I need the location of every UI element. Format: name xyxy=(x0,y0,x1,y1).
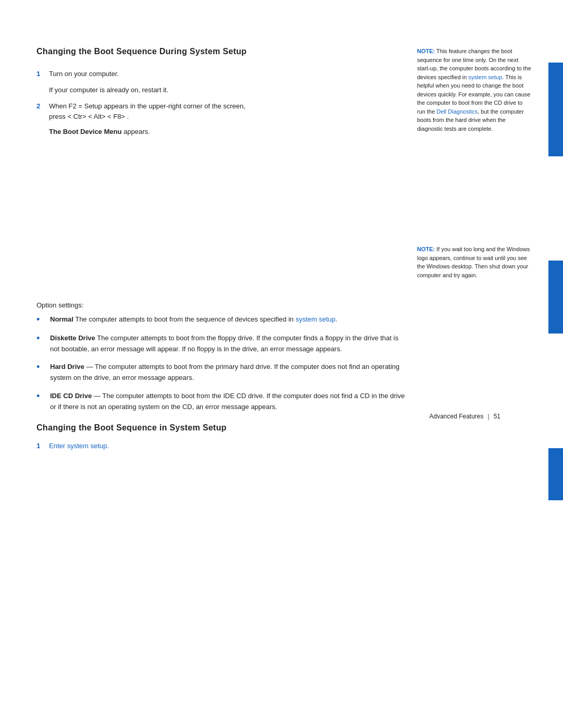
note1-label: NOTE: xyxy=(417,48,435,54)
step2-content: When F2 = Setup appears in the upper-rig… xyxy=(49,101,407,123)
spacer-for-sidebar xyxy=(36,145,407,301)
step2-line1: When F2 = Setup appears in the upper-rig… xyxy=(49,102,246,110)
bullet-normal: • Normal The computer attempts to boot f… xyxy=(36,314,407,326)
step1-text: Turn on your computer. xyxy=(49,69,407,80)
footer-label: Advanced Features xyxy=(429,413,483,420)
bullet-harddrive: • Hard Drive — The computer attempts to … xyxy=(36,362,407,384)
bullet-normal-desc2: . xyxy=(336,315,338,323)
step2-line2: press < Ctr> < Alt> < F8> . xyxy=(49,113,129,120)
bullet-ide: • IDE CD Drive — The computer attempts t… xyxy=(36,391,407,413)
bullet-normal-desc: The computer attempts to boot from the s… xyxy=(75,315,296,323)
bullet-list: • Normal The computer attempts to boot f… xyxy=(36,314,407,412)
section1-heading: Changing the Boot Sequence During System… xyxy=(36,47,407,56)
boot-device-text: The Boot Device Menu appears. xyxy=(49,128,407,135)
step-list-1: 1 Turn on your computer. xyxy=(36,69,407,80)
bullet-dot-4: • xyxy=(36,391,46,402)
boot-device-appears: appears. xyxy=(121,128,150,135)
bullet-normal-term: Normal xyxy=(50,315,74,323)
bullet-dot-2: • xyxy=(36,333,46,344)
boot-device-bold: The Boot Device Menu xyxy=(49,128,121,135)
bullet-normal-link[interactable]: system setup xyxy=(296,315,336,323)
section2-heading: Changing the Boot Sequence in System Set… xyxy=(36,423,407,433)
bullet-dot-3: • xyxy=(36,362,46,373)
bullet-harddrive-term: Hard Drive xyxy=(50,363,84,371)
bullet-diskette-content: Diskette Drive The computer attempts to … xyxy=(50,333,407,355)
section2-step1-content: Enter system setup. xyxy=(49,441,407,452)
bullet-normal-content: Normal The computer attempts to boot fro… xyxy=(50,314,407,325)
footer-page-number: 51 xyxy=(494,413,500,420)
bullet-diskette: • Diskette Drive The computer attempts t… xyxy=(36,333,407,355)
step-list-2: 2 When F2 = Setup appears in the upper-r… xyxy=(36,101,407,123)
bullet-ide-term: IDE CD Drive xyxy=(50,392,92,400)
step1-num: 1 xyxy=(36,69,46,80)
bullet-diskette-term: Diskette Drive xyxy=(50,334,95,342)
page-inner: NOTE: This feature changes the boot sequ… xyxy=(36,47,532,451)
section2-step1-num: 1 xyxy=(36,441,46,452)
sidebar-note-1: NOTE: This feature changes the boot sequ… xyxy=(417,47,532,133)
bullet-dot-1: • xyxy=(36,314,46,326)
blue-bar-1 xyxy=(548,63,563,156)
blue-bar-3 xyxy=(548,448,563,500)
step2-num: 2 xyxy=(36,101,46,112)
section2-step-list: 1 Enter system setup. xyxy=(36,441,407,452)
note1-link1[interactable]: system setup xyxy=(468,74,502,80)
page: NOTE: This feature changes the boot sequ… xyxy=(0,0,563,728)
footer: Advanced Features | 51 xyxy=(429,413,500,420)
blue-sidebar-decoration xyxy=(548,0,563,728)
note2-label: NOTE: xyxy=(417,246,435,252)
step-1: 1 Turn on your computer. xyxy=(36,69,407,80)
step-2: 2 When F2 = Setup appears in the upper-r… xyxy=(36,101,407,123)
bullet-harddrive-desc: — The computer attempts to boot from the… xyxy=(50,363,399,381)
main-content: Changing the Boot Sequence During System… xyxy=(36,47,407,451)
sidebar-note-2: NOTE: If you wait too long and the Windo… xyxy=(417,245,532,279)
bullet-ide-content: IDE CD Drive — The computer attempts to … xyxy=(50,391,407,413)
note1-link2[interactable]: Dell Diagnostics xyxy=(436,108,478,115)
step1-subtext: If your computer is already on, restart … xyxy=(49,85,407,96)
option-settings-label: Option settings: xyxy=(36,301,407,309)
bullet-diskette-desc: The computer attempts to boot from the f… xyxy=(50,334,398,353)
section2-step-1: 1 Enter system setup. xyxy=(36,441,407,452)
bullet-ide-desc: — The computer attempts to boot from the… xyxy=(50,392,405,411)
footer-divider: | xyxy=(488,413,489,420)
bullet-harddrive-content: Hard Drive — The computer attempts to bo… xyxy=(50,362,407,384)
blue-bar-2 xyxy=(548,261,563,334)
section2-step1-link[interactable]: Enter system setup. xyxy=(49,442,109,450)
